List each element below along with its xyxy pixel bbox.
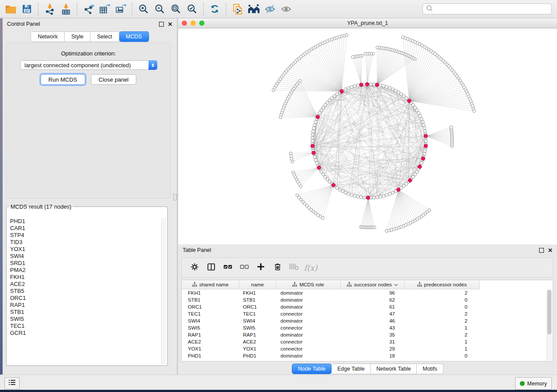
table-cell: 47 [341,311,405,316]
duplicate-network-button[interactable] [229,1,246,17]
show-all-button[interactable] [278,1,294,17]
first-neighbors-button[interactable] [246,1,262,17]
trash-icon [273,262,282,273]
zoom-out-button[interactable] [152,1,168,17]
mcds-result-item[interactable]: SWI5 [10,316,161,323]
table-row[interactable]: STB1STB1dominator620 [182,296,553,303]
mcds-result-item[interactable]: SRD1 [10,260,161,267]
tab-edge-table[interactable]: Edge Table [332,364,370,374]
zoom-selected-icon [187,3,197,14]
import-network-button[interactable] [42,1,58,17]
tab-network[interactable]: Network [31,31,65,42]
close-panel-icon[interactable]: ✕ [548,248,553,253]
table-cell: dominator [276,332,341,337]
gear-icon [190,263,199,273]
tab-mcds[interactable]: MCDS [119,31,149,42]
table-panel: Table Panel ✕ f(x) shared namenameMCDS r… [178,244,557,375]
select-all-button[interactable] [219,259,236,276]
toggle-column-pane-button[interactable] [203,259,219,276]
mcds-list-scrollbar[interactable] [161,218,166,364]
column-header-predecessor-nodes[interactable]: predecessor nodes [405,280,480,289]
mcds-result-item[interactable]: ORC1 [10,295,161,302]
table-row[interactable]: SWI5SWI5connector431 [182,324,553,331]
mcds-result-item[interactable]: FKH1 [10,274,161,281]
deselect-all-button[interactable] [236,259,253,276]
optimization-select[interactable]: largest connected component (undirected) [20,60,157,70]
table-row[interactable]: ORC1ORC1dominator610 [182,303,553,310]
table-row[interactable]: RAP1RAP1dominator352 [182,331,553,338]
table-scrollbar-thumb[interactable] [547,290,551,334]
column-header-name[interactable]: name [239,280,276,289]
table-cell: connector [276,346,341,351]
delete-table-button[interactable] [286,259,302,276]
table-cell: dominator [276,297,341,303]
mcds-result-item[interactable]: PMA2 [10,267,161,274]
table-toolbar: f(x) [181,258,553,278]
hide-selected-button[interactable] [262,1,278,17]
save-session-button[interactable] [19,1,35,17]
mcds-result-item[interactable]: RAP1 [10,302,161,309]
zoom-fit-button[interactable] [168,1,184,17]
table-row[interactable]: ACE2ACE2connector311 [182,338,553,345]
network-search-box[interactable] [422,3,552,14]
close-panel-button[interactable]: Close panel [91,74,137,85]
main-toolbar [0,0,557,18]
memory-button[interactable]: Memory [515,377,552,390]
splitter-handle[interactable] [173,194,177,200]
mcds-result-item[interactable]: GCR1 [10,330,161,337]
run-mcds-button[interactable]: Run MCDS [41,74,85,85]
network-view-canvas[interactable] [178,28,557,245]
export-network-button[interactable] [80,1,97,17]
export-table-button[interactable] [97,1,113,17]
tab-select[interactable]: Select [90,31,119,42]
float-window-icon[interactable] [539,248,544,253]
table-row[interactable]: FKH1FKH1dominator962 [182,289,553,296]
tab-style[interactable]: Style [65,31,90,42]
tab-network-table[interactable]: Network Table [371,364,417,374]
table-cell: TEC1 [182,311,239,316]
tab-node-table[interactable]: Node Table [292,364,332,374]
tab-motifs[interactable]: Motifs [417,364,443,374]
table-cell: YOX1 [239,346,276,351]
mcds-result-item[interactable]: STB1 [10,309,161,316]
close-panel-icon[interactable]: ✕ [168,21,173,27]
export-image-button[interactable] [113,1,129,17]
mcds-result-item[interactable]: TEC1 [10,323,161,330]
zoom-selected-button[interactable] [184,1,200,17]
table-row[interactable]: PHD1PHD1dominator180 [182,352,553,359]
delete-column-button[interactable] [269,259,286,276]
zoom-in-button[interactable] [135,1,152,17]
mcds-result-item[interactable]: TID3 [10,239,161,246]
table-row[interactable]: TEC1TEC1connector472 [182,310,553,317]
open-file-button[interactable] [3,1,19,17]
table-row[interactable]: YOX1YOX1connector291 [182,345,553,352]
add-column-button[interactable] [253,259,269,276]
table-cell: FKH1 [239,290,276,296]
table-cell: STB1 [182,297,239,303]
network-window-titlebar[interactable]: YPA_prune.txt_1 [178,18,557,28]
mcds-result-item[interactable]: CAR1 [10,225,161,232]
column-header-successor-nodes[interactable]: successor nodes [341,280,405,289]
table-settings-button[interactable] [186,259,203,276]
table-cell: RAP1 [182,332,239,337]
table-scrollbar[interactable] [547,289,552,361]
optimization-label: Optimization criterion: [7,50,170,57]
column-header-shared-name[interactable]: shared name [182,280,239,289]
refresh-view-button[interactable] [207,1,223,17]
mcds-result-item[interactable]: YOX1 [10,246,161,253]
import-table-button[interactable] [58,1,74,17]
table-cell: 62 [341,297,405,303]
mcds-result-item[interactable]: STP4 [10,232,161,239]
mcds-result-item[interactable]: SWI4 [10,253,161,260]
column-header-mcds-role[interactable]: MCDS role [276,280,341,289]
search-input[interactable] [435,6,548,13]
table-cell: 96 [341,290,405,296]
table-row[interactable]: SWI4SWI4dominator462 [182,317,553,324]
float-window-icon[interactable] [159,22,164,27]
window-controls: ✕ [539,248,553,253]
mcds-result-item[interactable]: STB5 [10,288,161,295]
mcds-result-item[interactable]: PHD1 [10,218,161,225]
function-builder-button[interactable]: f(x) [302,259,319,276]
log-console-button[interactable] [4,377,20,389]
mcds-result-item[interactable]: ACE2 [10,281,161,288]
